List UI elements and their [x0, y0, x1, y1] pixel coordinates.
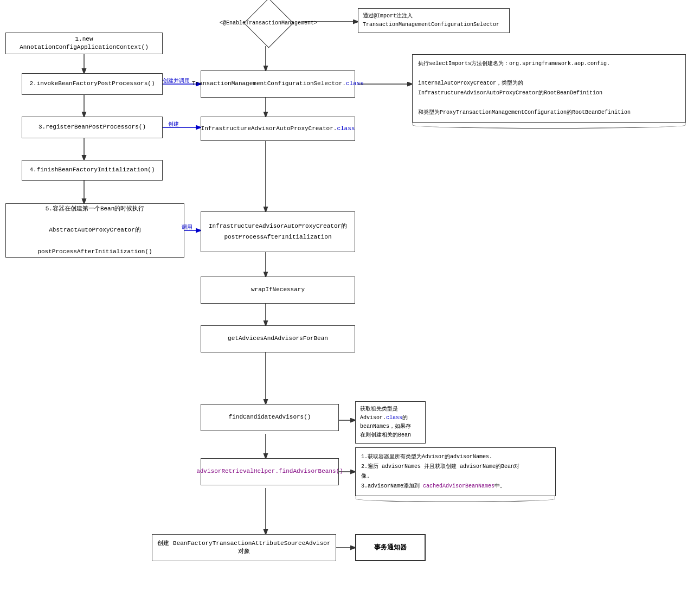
container-create-label: 5.容器在创建第一个Bean的时候执行 AbstractAutoProxyCre…	[37, 204, 152, 258]
invoke-bean-label: 2.invokeBeanFactoryPostProcessors()	[29, 80, 155, 88]
register-bean-label: 3.registerBeanPostProcessors()	[38, 123, 146, 131]
select-imports-text: 执行selectImports方法创建名为：org.springframewor…	[418, 61, 631, 115]
new-context-label: 1.new AnnotationConfigApplicationContext…	[10, 35, 158, 52]
get-advices-label: getAdvicesAndAdvisorsForBean	[228, 335, 328, 343]
transaction-notifier-box: 事务通知器	[355, 534, 426, 561]
diagram: <@EnableTransactionManagement> 1.new Ann…	[0, 0, 700, 597]
infra-post-box: InfrastructureAdvisorAutoProxyCreator的po…	[201, 211, 355, 252]
container-create-box: 5.容器在创建第一个Bean的时候执行 AbstractAutoProxyCre…	[5, 203, 184, 258]
finish-bean-label: 4.finishBeanFactoryInitialization()	[29, 166, 155, 174]
invoke-bean-box: 2.invokeBeanFactoryPostProcessors()	[22, 73, 163, 95]
finish-bean-box: 4.finishBeanFactoryInitialization()	[22, 160, 163, 181]
new-context-box: 1.new AnnotationConfigApplicationContext…	[5, 33, 163, 54]
find-candidate-box: findCandidateAdvisors()	[201, 404, 339, 431]
infra-advisor-label: InfrastructureAdvisorAutoProxyCreator.cl…	[201, 125, 355, 133]
register-bean-box: 3.registerBeanPostProcessors()	[22, 117, 163, 138]
select-imports-note: 执行selectImports方法创建名为：org.springframewor…	[412, 54, 686, 123]
tm-config-selector-label: TransactionManagementConfigurationSelect…	[192, 80, 364, 88]
find-bean-note: 获取祖先类型是Advisor.class的beanNames，如果存在则创建相关…	[355, 401, 426, 444]
wrap-if-necessary-box: wrapIfNecessary	[201, 277, 355, 304]
find-bean-note-text: 获取祖先类型是Advisor.class的beanNames，如果存在则创建相关…	[360, 406, 411, 438]
create-bean-box: 创建 BeanFactoryTransactionAttributeSource…	[152, 534, 336, 561]
create-label: 创建	[168, 120, 179, 128]
import-note: 通过@Import注注入TransactionManagementConfigu…	[358, 8, 510, 33]
enable-tm-diamond: <@EnableTransactionManagement>	[211, 5, 325, 41]
tm-config-selector-box: TransactionManagementConfigurationSelect…	[201, 70, 355, 98]
create-bean-label: 创建 BeanFactoryTransactionAttributeSource…	[157, 540, 331, 556]
transaction-notifier-label: 事务通知器	[374, 543, 407, 553]
infra-advisor-box: InfrastructureAdvisorAutoProxyCreator.cl…	[201, 117, 355, 141]
infra-post-label: InfrastructureAdvisorAutoProxyCreator的po…	[209, 221, 347, 243]
advisor-helper-note-text: 1.获取容器里所有类型为Advisor的advisorNames.2.遍历 ad…	[361, 454, 519, 489]
import-note-text: 通过@Import注注入TransactionManagementConfigu…	[363, 13, 499, 28]
advisor-helper-note: 1.获取容器里所有类型为Advisor的advisorNames.2.遍历 ad…	[355, 447, 556, 496]
find-candidate-label: findCandidateAdvisors()	[229, 413, 311, 421]
advisor-retrieval-box: advisorRetrievalHelper.findAdvisorBeans(…	[201, 458, 339, 485]
invoke-label: 调用	[182, 223, 192, 231]
advisor-retrieval-label: advisorRetrievalHelper.findAdvisorBeans(…	[196, 467, 343, 476]
get-advices-box: getAdvicesAndAdvisorsForBean	[201, 325, 355, 352]
create-and-use-label: 创建并调用	[163, 77, 190, 85]
enable-tm-label: <@EnableTransactionManagement>	[217, 20, 320, 26]
wrap-if-necessary-label: wrapIfNecessary	[251, 286, 305, 294]
